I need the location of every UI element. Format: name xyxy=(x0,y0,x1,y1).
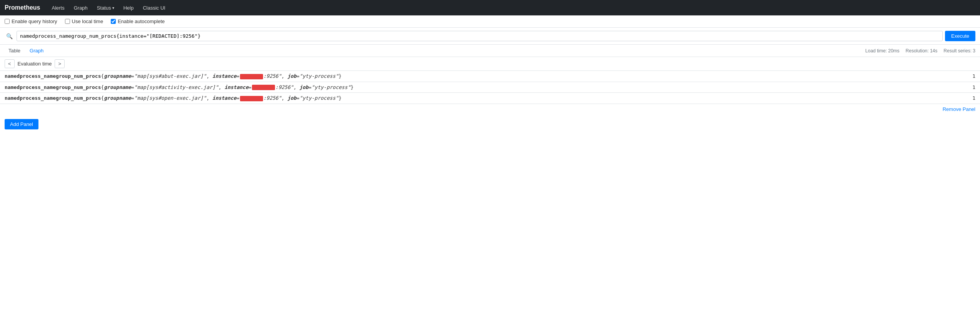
options-bar: Enable query history Use local time Enab… xyxy=(0,15,980,28)
nav-label-status: Status xyxy=(97,5,111,11)
table-row: namedprocess_namegroup_num_procs{groupna… xyxy=(0,93,980,104)
enable-autocomplete-checkbox[interactable] xyxy=(111,19,116,24)
nav-label-graph: Graph xyxy=(74,5,88,11)
nav-link-graph[interactable]: Graph xyxy=(70,3,92,13)
status-info: Load time: 20ms Resolution: 14s Result s… xyxy=(865,48,975,54)
metric-cell: namedprocess_namegroup_num_procs{groupna… xyxy=(0,82,957,93)
brand[interactable]: Prometheus xyxy=(5,4,40,11)
label-key: groupname xyxy=(104,73,131,79)
search-icon: 🔍 xyxy=(5,33,14,39)
label-key: instance xyxy=(212,95,237,101)
eval-prev-button[interactable]: < xyxy=(5,59,15,68)
nav-item-status[interactable]: Status ▾ xyxy=(93,3,118,13)
label-val-suffix: :9256" xyxy=(263,73,282,79)
tab-table[interactable]: Table xyxy=(5,46,24,55)
label-val-suffix: :9256" xyxy=(275,84,293,90)
label-val-suffix: :9256" xyxy=(263,95,282,101)
nav-list: Alerts Graph Status ▾ Help Classic UI xyxy=(48,3,169,13)
result-series: Result series: 3 xyxy=(943,48,975,54)
add-panel-button[interactable]: Add Panel xyxy=(5,119,38,129)
enable-autocomplete-text: Enable autocomplete xyxy=(118,18,165,24)
nav-link-alerts[interactable]: Alerts xyxy=(48,3,68,13)
resolution: Resolution: 14s xyxy=(906,48,938,54)
metric-value: 1 xyxy=(957,71,980,82)
remove-panel-bar: Remove Panel xyxy=(0,104,980,114)
metric-name: namedprocess_namegroup_num_procs xyxy=(5,95,101,101)
use-local-time-label[interactable]: Use local time xyxy=(65,18,103,24)
eval-time-label: Evaluation time xyxy=(18,61,52,67)
metric-name: namedprocess_namegroup_num_procs xyxy=(5,73,101,79)
label-val: "map[sys#open-exec.jar]" xyxy=(134,95,207,101)
label-key: groupname xyxy=(104,84,131,90)
query-input[interactable] xyxy=(17,31,943,41)
nav-label-alerts: Alerts xyxy=(52,5,64,11)
metric-value: 1 xyxy=(957,93,980,104)
label-val: "map[sys#activity-exec.jar]" xyxy=(134,84,218,90)
nav-item-help[interactable]: Help xyxy=(120,3,138,13)
execute-button[interactable]: Execute xyxy=(945,31,975,41)
nav-link-status[interactable]: Status ▾ xyxy=(93,3,118,13)
redacted-value xyxy=(240,74,263,79)
label-key: instance xyxy=(212,73,237,79)
nav-link-help[interactable]: Help xyxy=(120,3,138,13)
label-val: "yty-process" xyxy=(299,73,338,79)
status-dropdown-arrow: ▾ xyxy=(112,6,114,10)
enable-autocomplete-label[interactable]: Enable autocomplete xyxy=(111,18,165,24)
nav-item-graph[interactable]: Graph xyxy=(70,3,92,13)
enable-query-history-checkbox[interactable] xyxy=(5,19,10,24)
use-local-time-checkbox[interactable] xyxy=(65,19,70,24)
status-bar: Table Graph Load time: 20ms Resolution: … xyxy=(0,45,980,57)
results-table: namedprocess_namegroup_num_procs{groupna… xyxy=(0,71,980,104)
metric-cell: namedprocess_namegroup_num_procs{groupna… xyxy=(0,93,957,104)
metric-cell: namedprocess_namegroup_num_procs{groupna… xyxy=(0,71,957,82)
nav-label-classic-ui: Classic UI xyxy=(143,5,165,11)
label-key: job xyxy=(299,84,308,90)
use-local-time-text: Use local time xyxy=(72,18,103,24)
redacted-value xyxy=(240,96,263,101)
query-bar: 🔍 Execute xyxy=(0,28,980,45)
navbar: Prometheus Alerts Graph Status ▾ Help Cl… xyxy=(0,0,980,15)
label-key: groupname xyxy=(104,95,131,101)
metric-name: namedprocess_namegroup_num_procs xyxy=(5,84,101,90)
load-time: Load time: 20ms xyxy=(865,48,900,54)
enable-query-history-label[interactable]: Enable query history xyxy=(5,18,57,24)
label-val: "map[sys#abut-exec.jar]" xyxy=(134,73,207,79)
eval-bar: < Evaluation time > xyxy=(0,57,980,71)
label-val: "yty-process" xyxy=(312,84,351,90)
label-key: job xyxy=(287,95,296,101)
result-tabs: Table Graph xyxy=(5,46,47,55)
nav-link-classic-ui[interactable]: Classic UI xyxy=(139,3,169,13)
label-key: job xyxy=(287,73,296,79)
tab-graph[interactable]: Graph xyxy=(26,46,47,55)
remove-panel-link[interactable]: Remove Panel xyxy=(943,106,975,112)
metric-value: 1 xyxy=(957,82,980,93)
enable-query-history-text: Enable query history xyxy=(12,18,57,24)
label-val: "yty-process" xyxy=(299,95,338,101)
table-row: namedprocess_namegroup_num_procs{groupna… xyxy=(0,82,980,93)
table-row: namedprocess_namegroup_num_procs{groupna… xyxy=(0,71,980,82)
nav-label-help: Help xyxy=(123,5,134,11)
nav-item-alerts[interactable]: Alerts xyxy=(48,3,68,13)
nav-item-classic-ui[interactable]: Classic UI xyxy=(139,3,169,13)
redacted-value xyxy=(252,85,275,90)
label-key: instance xyxy=(224,84,248,90)
eval-next-button[interactable]: > xyxy=(55,59,65,68)
